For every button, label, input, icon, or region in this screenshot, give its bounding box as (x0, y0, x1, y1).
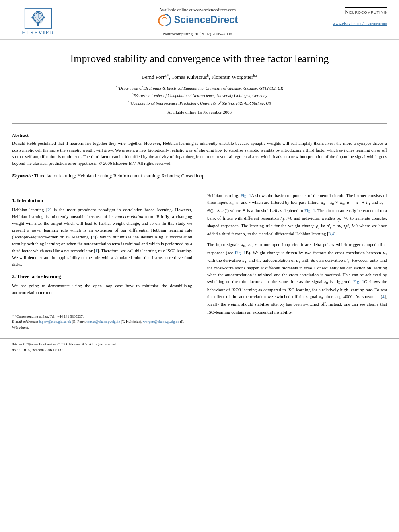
section2-body: We are going to demonstrate using the op… (12, 282, 192, 296)
available-date: Available online 15 November 2006 (24, 110, 375, 115)
sd-logo-graphic: ScienceDirect (157, 14, 238, 26)
footnotes-area: * *Corresponding author. Tel.: +44 141 3… (12, 312, 192, 331)
footnote-corresponding: * *Corresponding author. Tel.: +44 141 3… (12, 314, 192, 320)
section1-para1: Hebbian learning [2] is the most promine… (12, 206, 192, 268)
section2-para1: We are going to demonstrate using the op… (12, 282, 192, 296)
elsevier-tree-icon (24, 7, 52, 29)
ref-34[interactable]: 3,4 (329, 231, 334, 236)
section1-heading: 1. Introduction (12, 198, 192, 204)
left-column: 1. Introduction Hebbian learning [2] is … (12, 192, 200, 330)
footnote-email: E-mail addresses: b.porr@elec.gla.ac.uk … (12, 319, 192, 330)
section2-heading: 2. Three factor learning (12, 274, 192, 280)
header: ELSEVIER Available online at www.science… (0, 0, 399, 40)
fig1-ref-2[interactable]: Fig. 1 (304, 208, 315, 213)
author-sup-b: b (207, 74, 209, 78)
elsevier-logo: ELSEVIER (12, 7, 64, 36)
elsevier-label: ELSEVIER (22, 29, 55, 36)
keywords-label: Keywords: (12, 173, 33, 179)
footer-doi: doi:10.1016/j.neucom.2006.10.137 (12, 347, 387, 353)
keywords-divider (12, 187, 387, 187)
svg-point-15 (39, 13, 41, 14)
fig1c-ref[interactable]: Fig. 1 (353, 279, 364, 284)
right-para1: Hebbian learning. Fig. 1A shows the basi… (207, 192, 387, 238)
abstract-text: Donald Hebb postulated that if neurons f… (12, 140, 387, 166)
neurocomputing-label: Neurocomputing (345, 7, 387, 16)
svg-point-10 (43, 16, 45, 18)
abstract-heading: Abstract (12, 133, 387, 138)
ref-1[interactable]: 1 (95, 248, 98, 253)
page: ELSEVIER Available online at www.science… (0, 0, 399, 532)
svg-point-11 (33, 14, 35, 16)
affiliations: aᵃDepartment of Electronics & Electrical… (24, 84, 375, 107)
author-sup-a: a,* (165, 74, 169, 78)
right-column: Hebbian learning. Fig. 1A shows the basi… (200, 192, 387, 330)
autocorrelation-term: autocorrelation (115, 214, 143, 219)
keywords-section: Keywords: Three factor learning; Hebbian… (0, 170, 399, 182)
journal-name: Neurocomputing 70 (2007) 2005–2008 (163, 31, 232, 36)
journal-url[interactable]: www.elsevier.com/locate/neucom (333, 21, 387, 26)
article-title: Improved stability and convergence with … (24, 52, 375, 66)
email-tomas[interactable]: tomas@chaos.gwdg.de (86, 320, 120, 324)
sciencedirect-logo: ScienceDirect (157, 14, 238, 27)
abstract-section: Abstract Donald Hebb postulated that if … (0, 129, 399, 170)
affiliation-b: bᵇBernstein Center of Computational Neur… (24, 92, 375, 99)
footer: 0925-2312/$ - see front matter © 2006 El… (0, 338, 399, 355)
available-online-text: Available online at www.sciencedirect.co… (159, 7, 236, 12)
header-right: Neurocomputing www.elsevier.com/locate/n… (331, 7, 387, 26)
sciencedirect-icon (157, 14, 172, 26)
right-para2: The input signals x0, x1, r to our open … (207, 241, 387, 316)
title-divider (12, 123, 387, 124)
email-label: E-mail addresses: (12, 320, 38, 324)
footer-issn: 0925-2312/$ - see front matter © 2006 El… (12, 342, 387, 347)
svg-point-13 (37, 11, 39, 13)
svg-point-9 (31, 16, 33, 18)
title-section: Improved stability and convergence with … (0, 40, 399, 119)
ref-4a[interactable]: 4 (93, 234, 95, 239)
fig1a-ref[interactable]: Fig. 1 (241, 193, 251, 198)
right-col-body: Hebbian learning. Fig. 1A shows the basi… (207, 192, 387, 316)
ref-4b[interactable]: 4 (382, 294, 385, 299)
ref-2[interactable]: 2 (48, 207, 50, 212)
svg-point-12 (41, 14, 43, 16)
footnote-star-symbol: * (12, 314, 14, 318)
header-center: Available online at www.sciencedirect.co… (64, 7, 331, 36)
keywords-text: Three factor learning; Hebbian learning;… (34, 173, 205, 179)
section1-body: Hebbian learning [2] is the most promine… (12, 206, 192, 268)
fig1b-ref[interactable]: Fig. 1 (235, 250, 246, 255)
svg-point-14 (36, 13, 37, 14)
footnote-line (12, 312, 48, 312)
email-worgott[interactable]: worgott@chaos.gwdg.de (143, 320, 179, 324)
two-column-content: 1. Introduction Hebbian learning [2] is … (0, 192, 399, 330)
affiliation-c: cᶜComputational Neuroscience, Psychology… (24, 99, 375, 107)
header-left: ELSEVIER (12, 7, 64, 36)
authors: Bernd Porra,*, Tomas Kulviciusb, Florent… (24, 74, 375, 80)
email-porr[interactable]: b.porr@elec.gla.ac.uk (39, 320, 71, 324)
affiliation-a: aᵃDepartment of Electronics & Electrical… (24, 84, 375, 92)
sciencedirect-label: ScienceDirect (174, 14, 238, 25)
author-sup-bc: b,c (253, 74, 257, 78)
